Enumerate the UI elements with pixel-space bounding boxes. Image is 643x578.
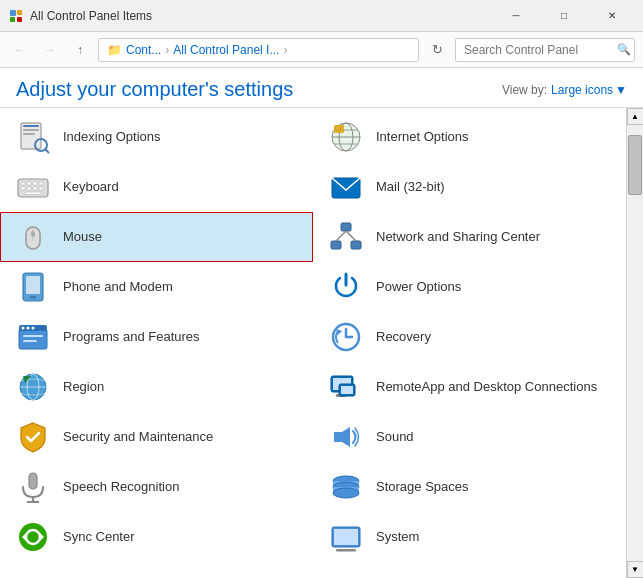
content-area: Adjust your computer's settings View by:…: [0, 68, 643, 578]
items-container: Indexing OptionsInternet OptionsKeyboard…: [0, 108, 643, 578]
window-title: All Control Panel Items: [30, 9, 152, 23]
svg-rect-3: [17, 17, 22, 22]
svg-rect-25: [25, 192, 41, 195]
svg-rect-38: [19, 329, 47, 349]
internet-label: Internet Options: [376, 129, 469, 145]
svg-rect-0: [10, 10, 16, 16]
mouse-icon: [13, 217, 53, 257]
grid-item-keyboard[interactable]: Keyboard: [0, 162, 313, 212]
grid-item-network[interactable]: Network and Sharing Center: [313, 212, 626, 262]
grid-item-sound[interactable]: Sound: [313, 412, 626, 462]
grid-row: RegionRemoteApp and Desktop Connections: [0, 362, 626, 412]
breadcrumb-separator-2: ›: [283, 43, 287, 57]
view-by-dropdown[interactable]: Large icons ▼: [551, 83, 627, 97]
grid-row: Indexing OptionsInternet Options: [0, 112, 626, 162]
system-label: System: [376, 529, 419, 545]
recovery-label: Recovery: [376, 329, 431, 345]
minimize-button[interactable]: ─: [493, 0, 539, 32]
back-button[interactable]: ←: [8, 38, 32, 62]
grid-item-remoteapp[interactable]: RemoteApp and Desktop Connections: [313, 362, 626, 412]
forward-button[interactable]: →: [38, 38, 62, 62]
title-bar-left: All Control Panel Items: [8, 8, 152, 24]
grid-item-internet[interactable]: Internet Options: [313, 112, 626, 162]
power-icon: [326, 267, 366, 307]
scrollbar: ▲ ▼: [626, 108, 643, 578]
svg-rect-22: [27, 187, 31, 190]
dropdown-icon: ▼: [615, 83, 627, 97]
programs-icon: [13, 317, 53, 357]
speech-icon: [13, 467, 53, 507]
grid-row: Sync CenterSystem: [0, 512, 626, 562]
svg-rect-58: [29, 473, 37, 489]
keyboard-label: Keyboard: [63, 179, 119, 195]
svg-rect-24: [39, 187, 43, 190]
sync-icon: [13, 517, 53, 557]
items-grid: Indexing OptionsInternet OptionsKeyboard…: [0, 108, 626, 578]
grid-item-system[interactable]: System: [313, 512, 626, 562]
mail-icon: [326, 167, 366, 207]
svg-point-29: [31, 231, 35, 237]
svg-rect-20: [39, 182, 43, 185]
grid-item-recovery[interactable]: Recovery: [313, 312, 626, 362]
remoteapp-label: RemoteApp and Desktop Connections: [376, 379, 597, 395]
grid-item-storage[interactable]: Storage Spaces: [313, 462, 626, 512]
address-breadcrumb[interactable]: 📁 Cont... › All Control Panel I... ›: [98, 38, 419, 62]
region-icon: [13, 367, 53, 407]
scroll-up-button[interactable]: ▲: [627, 108, 644, 125]
content-header: Adjust your computer's settings View by:…: [0, 68, 643, 108]
scrollbar-track: [627, 125, 643, 561]
scroll-down-button[interactable]: ▼: [627, 561, 644, 578]
grid-item-programs[interactable]: Programs and Features: [0, 312, 313, 362]
grid-item-security[interactable]: Security and Maintenance: [0, 412, 313, 462]
search-wrapper: 🔍: [455, 38, 635, 62]
sound-label: Sound: [376, 429, 414, 445]
indexing-icon: [13, 117, 53, 157]
svg-line-33: [336, 231, 346, 241]
svg-rect-19: [33, 182, 37, 185]
phone-label: Phone and Modem: [63, 279, 173, 295]
grid-row: KeyboardMail (32-bit): [0, 162, 626, 212]
breadcrumb-item-1[interactable]: Cont...: [126, 43, 161, 57]
grid-row: Security and MaintenanceSound: [0, 412, 626, 462]
refresh-button[interactable]: ↻: [425, 38, 449, 62]
sync-label: Sync Center: [63, 529, 135, 545]
svg-rect-36: [26, 276, 40, 294]
grid-item-sync[interactable]: Sync Center: [0, 512, 313, 562]
svg-line-9: [45, 149, 49, 153]
grid-row: Phone and ModemPower Options: [0, 262, 626, 312]
title-bar: All Control Panel Items ─ □ ✕: [0, 0, 643, 32]
svg-rect-15: [334, 125, 344, 133]
svg-rect-23: [33, 187, 37, 190]
view-by-label: View by:: [502, 83, 547, 97]
up-button[interactable]: ↑: [68, 38, 92, 62]
svg-rect-7: [23, 133, 35, 135]
grid-item-phone[interactable]: Phone and Modem: [0, 262, 313, 312]
view-by-value-text: Large icons: [551, 83, 613, 97]
title-bar-controls: ─ □ ✕: [493, 0, 635, 32]
close-button[interactable]: ✕: [589, 0, 635, 32]
grid-item-indexing[interactable]: Indexing Options: [0, 112, 313, 162]
window-icon: [8, 8, 24, 24]
grid-item-mouse[interactable]: Mouse: [0, 212, 313, 262]
region-label: Region: [63, 379, 104, 395]
grid-item-speech[interactable]: Speech Recognition: [0, 462, 313, 512]
speech-label: Speech Recognition: [63, 479, 179, 495]
grid-item-power[interactable]: Power Options: [313, 262, 626, 312]
remoteapp-icon: [326, 367, 366, 407]
keyboard-icon: [13, 167, 53, 207]
svg-rect-6: [23, 129, 39, 131]
security-label: Security and Maintenance: [63, 429, 213, 445]
network-label: Network and Sharing Center: [376, 229, 540, 245]
scrollbar-thumb[interactable]: [628, 135, 642, 195]
grid-item-mail[interactable]: Mail (32-bit): [313, 162, 626, 212]
svg-rect-70: [334, 529, 358, 545]
breadcrumb-item-2[interactable]: All Control Panel I...: [173, 43, 279, 57]
svg-rect-31: [331, 241, 341, 249]
svg-rect-21: [21, 187, 25, 190]
grid-item-region[interactable]: Region: [0, 362, 313, 412]
search-button[interactable]: 🔍: [617, 43, 631, 56]
system-icon: [326, 517, 366, 557]
programs-label: Programs and Features: [63, 329, 200, 345]
search-input[interactable]: [455, 38, 635, 62]
maximize-button[interactable]: □: [541, 0, 587, 32]
